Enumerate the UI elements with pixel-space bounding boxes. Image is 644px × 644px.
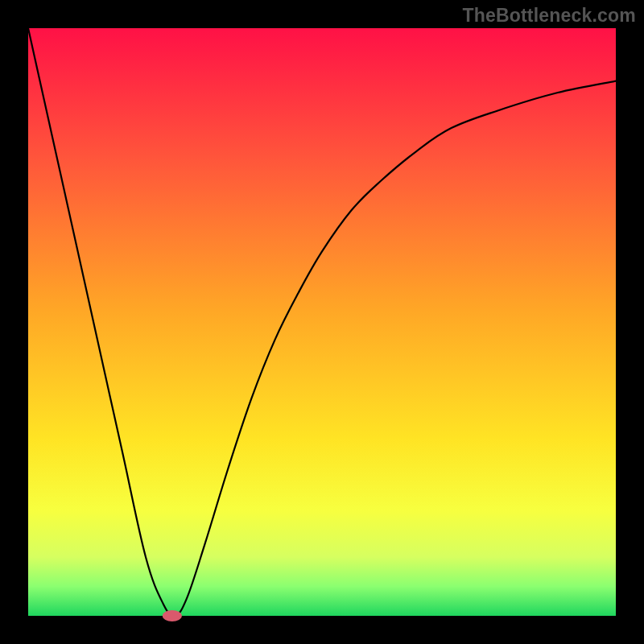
bottleneck-curve xyxy=(28,28,616,616)
watermark-text: TheBottleneck.com xyxy=(462,5,636,27)
chart-curve-layer xyxy=(28,28,616,616)
minimum-marker xyxy=(163,610,182,621)
chart-frame: TheBottleneck.com xyxy=(0,0,644,644)
